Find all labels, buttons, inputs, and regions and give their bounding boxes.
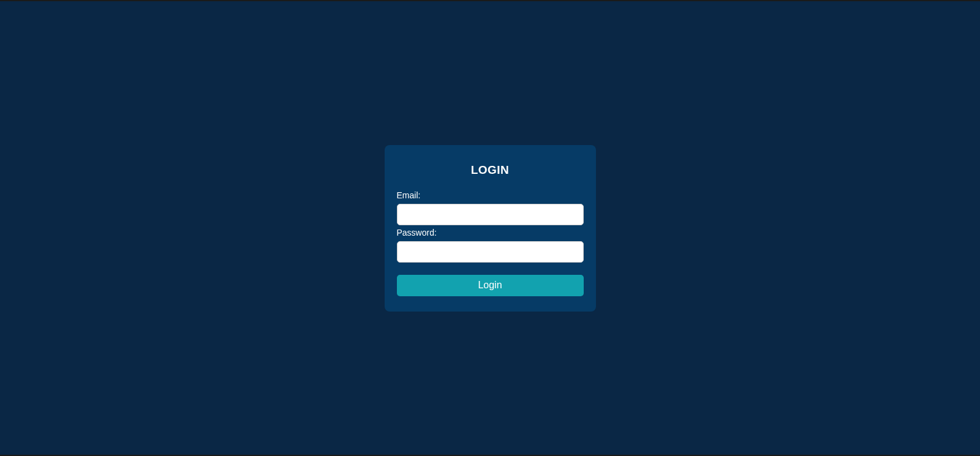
password-label: Password: <box>397 228 584 237</box>
email-input[interactable] <box>397 204 584 225</box>
password-group: Password: <box>397 228 584 265</box>
email-label: Email: <box>397 190 584 200</box>
login-button[interactable]: Login <box>397 275 584 296</box>
login-card: LOGIN Email: Password: Login <box>385 145 596 312</box>
email-group: Email: <box>397 190 584 228</box>
password-input[interactable] <box>397 241 584 263</box>
login-title: LOGIN <box>397 163 584 177</box>
